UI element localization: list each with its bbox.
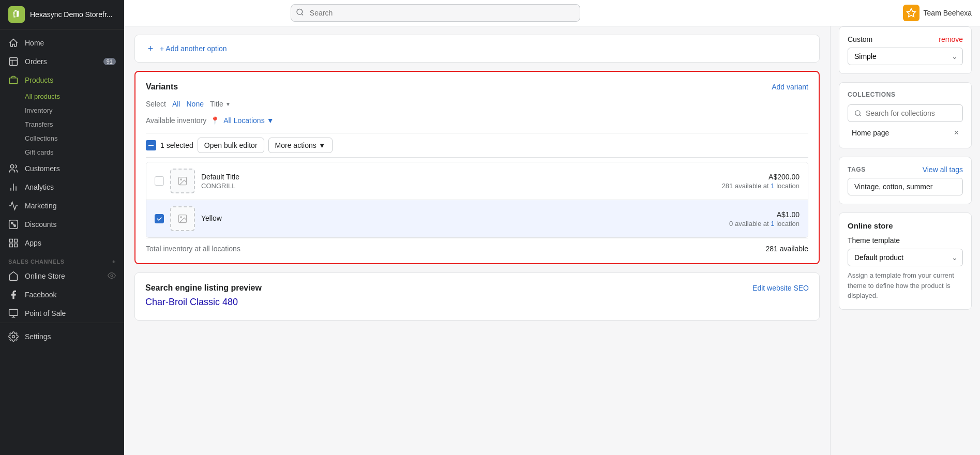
sidebar-item-discounts[interactable]: Discounts [0, 215, 124, 234]
more-actions-label: More actions [275, 141, 316, 149]
variant-location-link-yellow[interactable]: 1 [771, 220, 776, 228]
svg-rect-7 [10, 244, 13, 247]
sidebar-item-settings[interactable]: Settings [0, 327, 124, 346]
svg-point-9 [111, 275, 113, 277]
add-option-row[interactable]: + + Add another option [135, 35, 819, 62]
orders-badge: 91 [103, 58, 116, 65]
edit-seo-link[interactable]: Edit website SEO [752, 284, 809, 292]
remove-collection-icon[interactable]: × [954, 128, 959, 138]
add-option-card: + + Add another option [134, 35, 820, 63]
sidebar-analytics-label: Analytics [25, 183, 54, 191]
variant-name-yellow: Yellow [201, 214, 723, 222]
sidebar-sub-inventory[interactable]: Inventory [25, 103, 124, 117]
topbar: Team Beehexa [124, 0, 980, 26]
team-logo [903, 5, 919, 21]
variant-thumbnail-yellow [170, 206, 195, 231]
bulk-bar: 1 selected Open bulk editor More actions… [146, 133, 808, 158]
select-all-link[interactable]: All [172, 100, 180, 108]
apps-icon [8, 238, 19, 248]
select-row: Select All None Title ▼ [146, 100, 808, 108]
tags-input[interactable] [848, 178, 963, 195]
open-bulk-editor-button[interactable]: Open bulk editor [198, 138, 264, 153]
seo-header: Search engine listing preview Edit websi… [145, 283, 809, 293]
svg-point-18 [180, 217, 182, 218]
svg-point-1 [10, 165, 14, 169]
sidebar-sub-transfers[interactable]: Transfers [25, 117, 124, 131]
right-sidebar: Custom remove Simple Advanced Custom COL… [830, 26, 980, 455]
sidebar-item-orders[interactable]: Orders 91 [0, 52, 124, 71]
pin-icon: 📍 [210, 116, 219, 125]
facebook-icon [8, 290, 19, 300]
sidebar-item-point-of-sale[interactable]: Point of Sale [0, 304, 124, 323]
sidebar-item-customers[interactable]: Customers [0, 159, 124, 178]
sidebar-item-apps[interactable]: Apps [0, 234, 124, 252]
collections-panel: COLLECTIONS Home page × [839, 82, 972, 148]
variant-price-default: A$200.00 281 available at 1 location [722, 173, 800, 190]
collections-search-input[interactable] [866, 109, 956, 117]
theme-description: Assign a template from your current them… [848, 270, 963, 301]
home-icon [8, 38, 19, 48]
seo-preview-title: Char-Broil Classic 480 [145, 297, 809, 308]
variants-header: Variants Add variant [146, 82, 808, 92]
facebook-label: Facebook [25, 291, 56, 299]
all-locations-label: All Locations [223, 116, 264, 125]
variant-stock-yellow: 0 available at 1 location [729, 220, 800, 228]
sidebar-item-home[interactable]: Home [0, 34, 124, 52]
remove-custom-link[interactable]: remove [939, 35, 963, 43]
analytics-icon [8, 182, 19, 192]
svg-point-11 [12, 336, 15, 338]
title-dropdown[interactable]: Title ▼ [210, 100, 231, 108]
custom-panel: Custom remove Simple Advanced Custom [839, 26, 972, 74]
select-label: Select [146, 100, 166, 108]
view-all-tags-link[interactable]: View all tags [923, 165, 963, 174]
custom-select-wrapper: Simple Advanced Custom [848, 48, 963, 65]
variant-location-link-default[interactable]: 1 [771, 182, 776, 190]
variants-list: Default Title CONGRILL A$200.00 281 avai… [146, 162, 808, 238]
add-sales-channel-icon[interactable]: + [112, 259, 116, 265]
table-row: Yellow A$1.00 0 available at 1 [146, 200, 808, 237]
sidebar-item-marketing[interactable]: Marketing [0, 196, 124, 215]
title-label: Title [210, 100, 223, 108]
sidebar-item-online-store[interactable]: Online Store [0, 267, 124, 285]
sidebar-header: Hexasync Demo Storefr... [0, 0, 124, 29]
variant-checkbox-default[interactable] [155, 176, 164, 186]
sidebar-item-products[interactable]: Products [0, 71, 124, 89]
svg-point-12 [297, 9, 303, 15]
total-inventory-label: Total inventory at all locations [146, 245, 240, 253]
sidebar: Hexasync Demo Storefr... Home Orders 91 … [0, 0, 124, 455]
sidebar-apps-label: Apps [25, 239, 41, 247]
settings-icon [8, 331, 19, 342]
more-actions-button[interactable]: More actions ▼ [268, 138, 333, 153]
collection-tag-name: Home page [852, 129, 889, 137]
all-locations-btn[interactable]: All Locations ▼ [223, 116, 274, 125]
add-option-label: + Add another option [160, 44, 227, 53]
svg-rect-5 [10, 239, 13, 242]
sidebar-sub-all-products[interactable]: All products [25, 89, 124, 103]
custom-select[interactable]: Simple Advanced Custom [848, 48, 963, 65]
theme-select[interactable]: Default product Custom template [848, 249, 963, 266]
team-badge: Team Beehexa [903, 5, 972, 21]
topbar-right: Team Beehexa [903, 5, 972, 21]
title-caret-icon: ▼ [225, 101, 231, 107]
sidebar-item-facebook[interactable]: Facebook [0, 285, 124, 304]
sidebar-sub-collections[interactable]: Collections [25, 131, 124, 145]
eye-icon[interactable] [108, 271, 116, 281]
sidebar-marketing-label: Marketing [25, 202, 56, 210]
svg-point-19 [855, 111, 860, 115]
sidebar-item-analytics[interactable]: Analytics [0, 178, 124, 196]
search-input[interactable] [291, 4, 580, 22]
svg-rect-10 [9, 310, 18, 316]
content-area: + + Add another option Variants Add vari… [124, 26, 830, 329]
svg-rect-14 [148, 145, 154, 146]
svg-rect-8 [14, 244, 18, 247]
select-none-link[interactable]: None [186, 100, 203, 108]
locations-caret-icon: ▼ [267, 116, 274, 125]
variant-name-default: Default Title [201, 173, 716, 181]
add-variant-link[interactable]: Add variant [772, 83, 808, 91]
total-inventory-value: 281 available [765, 245, 808, 253]
sidebar-sub-gift-cards[interactable]: Gift cards [25, 145, 124, 159]
online-store-panel-title: Online store [848, 221, 963, 230]
variant-info-default: Default Title CONGRILL [201, 173, 716, 190]
variant-checkbox-yellow[interactable] [155, 214, 164, 223]
bulk-select-checkbox[interactable] [146, 140, 156, 150]
